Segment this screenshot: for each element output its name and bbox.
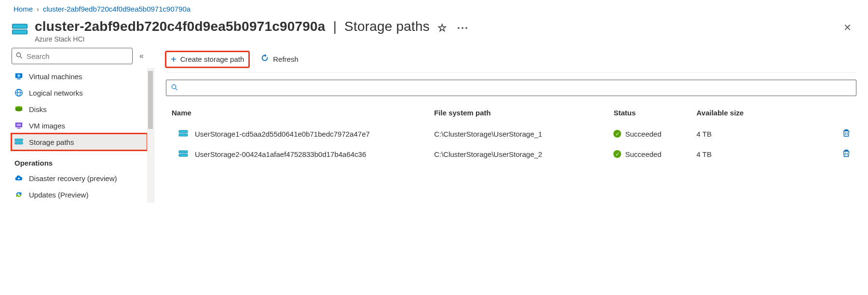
row-status: Succeeded xyxy=(625,150,661,158)
refresh-button[interactable]: Refresh xyxy=(256,51,303,68)
storage-paths-table: Name File system path Status Available s… xyxy=(166,104,856,164)
sidebar-item-logical-networks[interactable]: Logical networks xyxy=(12,84,147,101)
sidebar-item-label: VM images xyxy=(29,122,65,130)
page-header: cluster-2abf9edb720c4f0d9ea5b0971c90790a… xyxy=(0,16,868,48)
main-pane: + Create storage path Refresh Name File … xyxy=(154,48,868,212)
updates-icon xyxy=(14,190,23,199)
more-actions-button[interactable] xyxy=(456,25,469,31)
svg-point-14 xyxy=(16,53,20,56)
sidebar-item-label: Logical networks xyxy=(29,89,83,97)
page-subtitle: Azure Stack HCI xyxy=(35,35,839,43)
col-size[interactable]: Available size xyxy=(691,104,801,124)
sidebar-group-operations: Operations xyxy=(14,159,154,167)
collapse-sidebar-button[interactable]: « xyxy=(137,50,146,62)
row-status: Succeeded xyxy=(625,130,661,138)
refresh-label: Refresh xyxy=(273,55,298,63)
disaster-recovery-icon xyxy=(14,174,23,183)
storage-paths-icon xyxy=(14,138,23,146)
sidebar: « Virtual machines Logical networks Disk… xyxy=(0,48,154,212)
row-size: 4 TB xyxy=(691,124,801,144)
sidebar-item-label: Disaster recovery (preview) xyxy=(29,174,117,183)
filter-box[interactable] xyxy=(166,80,856,96)
sidebar-item-disaster-recovery[interactable]: Disaster recovery (preview) xyxy=(12,170,147,186)
svg-line-17 xyxy=(176,88,177,90)
sidebar-scrollbar[interactable] xyxy=(147,68,154,203)
storage-paths-icon xyxy=(12,22,28,38)
chevron-right-icon: › xyxy=(37,5,39,13)
table-row[interactable]: UserStorage2-00424a1afaef4752833b0d17b4a… xyxy=(166,144,856,164)
sidebar-item-label: Disks xyxy=(29,105,47,113)
delete-row-button[interactable] xyxy=(842,130,851,139)
sidebar-item-disks[interactable]: Disks xyxy=(12,101,147,117)
col-path[interactable]: File system path xyxy=(428,104,608,124)
delete-row-button[interactable] xyxy=(842,151,851,159)
create-label: Create storage path xyxy=(180,55,244,63)
col-status[interactable]: Status xyxy=(608,104,691,124)
sidebar-item-virtual-machines[interactable]: Virtual machines xyxy=(12,68,147,84)
success-icon: ✓ xyxy=(613,130,621,138)
sidebar-item-storage-paths[interactable]: Storage paths xyxy=(12,134,147,150)
svg-line-15 xyxy=(20,56,22,58)
svg-point-16 xyxy=(172,84,176,88)
page-title-cluster: cluster-2abf9edb720c4f0d9ea5b0971c90790a xyxy=(35,19,326,34)
sidebar-item-label: Virtual machines xyxy=(29,72,82,81)
filter-input[interactable] xyxy=(181,84,851,93)
refresh-icon xyxy=(260,54,269,65)
virtual-machines-icon xyxy=(14,72,23,81)
disks-icon xyxy=(14,105,23,113)
sidebar-scrollbar-thumb[interactable] xyxy=(148,71,153,129)
col-name[interactable]: Name xyxy=(166,104,428,124)
favorite-star-icon[interactable]: ☆ xyxy=(437,22,447,34)
plus-icon: + xyxy=(171,55,176,64)
search-icon xyxy=(171,84,178,92)
search-icon xyxy=(16,52,23,60)
vm-images-icon xyxy=(14,121,23,130)
sidebar-search-input[interactable] xyxy=(26,52,128,61)
logical-networks-icon xyxy=(14,88,23,97)
breadcrumb-cluster[interactable]: cluster-2abf9edb720c4f0d9ea5b0971c90790a xyxy=(43,5,190,13)
row-name: UserStorage2-00424a1afaef4752833b0d17b4a… xyxy=(195,150,366,158)
command-bar: + Create storage path Refresh xyxy=(166,48,856,73)
row-name: UserStorage1-cd5aa2d55d0641e0b71bedc7972… xyxy=(195,130,370,138)
sidebar-item-updates[interactable]: Updates (Preview) xyxy=(12,186,147,203)
sidebar-item-vm-images[interactable]: VM images xyxy=(12,117,147,134)
storage-path-icon xyxy=(178,129,188,139)
success-icon: ✓ xyxy=(613,150,621,158)
row-size: 4 TB xyxy=(691,144,801,164)
row-path: C:\ClusterStorage\UserStorage_2 xyxy=(428,144,608,164)
row-path: C:\ClusterStorage\UserStorage_1 xyxy=(428,124,608,144)
page-title-section: Storage paths xyxy=(344,19,430,34)
storage-path-icon xyxy=(178,149,188,159)
close-blade-button[interactable]: ✕ xyxy=(839,19,856,36)
sidebar-search[interactable] xyxy=(12,48,133,64)
table-row[interactable]: UserStorage1-cd5aa2d55d0641e0b71bedc7972… xyxy=(166,124,856,144)
breadcrumb-home[interactable]: Home xyxy=(14,5,33,13)
sidebar-item-label: Storage paths xyxy=(29,138,74,146)
breadcrumb: Home › cluster-2abf9edb720c4f0d9ea5b0971… xyxy=(0,0,868,16)
create-storage-path-button[interactable]: + Create storage path xyxy=(166,52,249,67)
sidebar-item-label: Updates (Preview) xyxy=(29,191,88,199)
